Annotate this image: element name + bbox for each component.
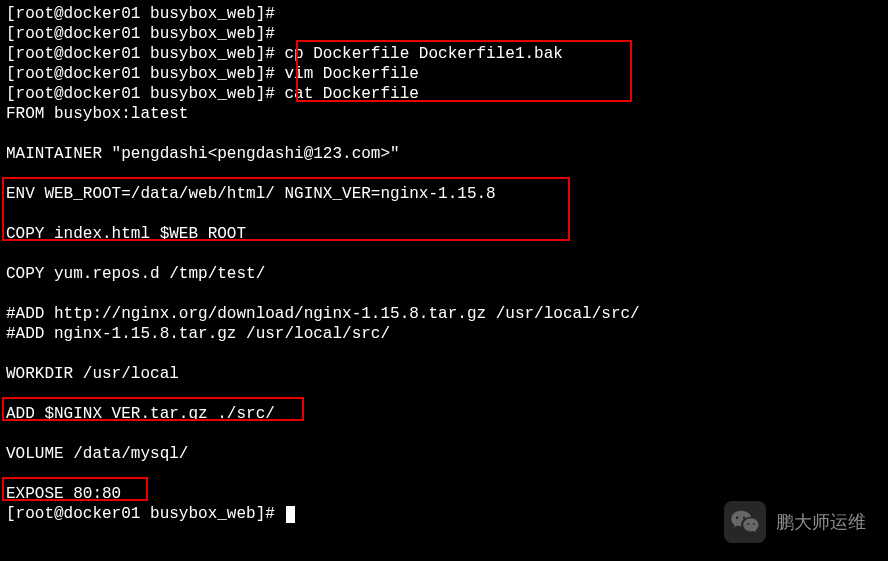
blank-line — [6, 344, 882, 364]
watermark: 鹏大师运维 — [724, 501, 866, 543]
prompt-line: [root@docker01 busybox_web]# — [6, 4, 882, 24]
dockerfile-add: ADD $NGINX_VER.tar.gz ./src/ — [6, 404, 882, 424]
blank-line — [6, 124, 882, 144]
dockerfile-comment-add-local: #ADD nginx-1.15.8.tar.gz /usr/local/src/ — [6, 324, 882, 344]
dockerfile-copy-yum: COPY yum.repos.d /tmp/test/ — [6, 264, 882, 284]
blank-line — [6, 244, 882, 264]
terminal-output[interactable]: [root@docker01 busybox_web]# [root@docke… — [6, 4, 882, 524]
dockerfile-volume: VOLUME /data/mysql/ — [6, 444, 882, 464]
terminal-cursor — [286, 506, 295, 523]
command-line-cat: [root@docker01 busybox_web]# cat Dockerf… — [6, 84, 882, 104]
blank-line — [6, 464, 882, 484]
watermark-text: 鹏大师运维 — [776, 511, 866, 534]
dockerfile-workdir: WORKDIR /usr/local — [6, 364, 882, 384]
dockerfile-env: ENV WEB_ROOT=/data/web/html/ NGINX_VER=n… — [6, 184, 882, 204]
blank-line — [6, 284, 882, 304]
prompt-line: [root@docker01 busybox_web]# — [6, 24, 882, 44]
dockerfile-copy-index: COPY index.html $WEB_ROOT — [6, 224, 882, 244]
blank-line — [6, 384, 882, 404]
command-line-cp: [root@docker01 busybox_web]# cp Dockerfi… — [6, 44, 882, 64]
prompt-text: [root@docker01 busybox_web]# — [6, 505, 284, 523]
command-line-vim: [root@docker01 busybox_web]# vim Dockerf… — [6, 64, 882, 84]
blank-line — [6, 424, 882, 444]
dockerfile-from: FROM busybox:latest — [6, 104, 882, 124]
dockerfile-maintainer: MAINTAINER "pengdashi<pengdashi@123.com>… — [6, 144, 882, 164]
dockerfile-comment-add-url: #ADD http://nginx.org/download/nginx-1.1… — [6, 304, 882, 324]
blank-line — [6, 204, 882, 224]
wechat-icon — [724, 501, 766, 543]
blank-line — [6, 164, 882, 184]
